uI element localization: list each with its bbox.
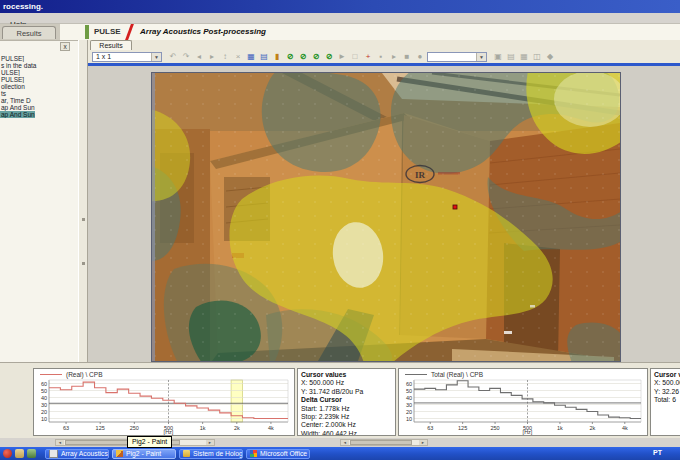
taskbar-button-label: Microsoft Office 2010	[260, 450, 310, 457]
tree-item[interactable]: ts	[0, 90, 78, 97]
tree-item[interactable]: ap And Sun	[0, 111, 35, 118]
legend-line-sample	[40, 374, 62, 375]
tree-item[interactable]: ar, Time D	[0, 97, 78, 104]
splitter-handle-dot	[82, 218, 85, 221]
folder-quicklaunch-icon[interactable]	[15, 449, 24, 458]
svg-text:250: 250	[490, 425, 499, 431]
pan-icon[interactable]: +	[362, 51, 374, 63]
play-icon[interactable]: ▸	[388, 51, 400, 63]
exclude-channel-icon-1[interactable]: ⊘	[284, 51, 296, 63]
spectrum-display-icon[interactable]: ▮	[271, 51, 283, 63]
pulse-slash-icon	[125, 24, 134, 40]
options-icon[interactable]: ◆	[544, 51, 556, 63]
redo-icon[interactable]: ↷	[180, 51, 192, 63]
total-spectrum-chart[interactable]: 102030405060631252505001k2k4k[Hz]	[399, 379, 645, 435]
function-combo[interactable]: ▼	[427, 52, 487, 62]
tree-item[interactable]: ap And Sun	[0, 104, 78, 111]
cpb-chart-panel[interactable]: (Real) \ CPB 102030405060631252505001k2k…	[33, 368, 295, 436]
exclude-channel-icon-3[interactable]: ⊘	[310, 51, 322, 63]
contour-map-icon[interactable]: ▤	[258, 51, 270, 63]
svg-text:[Hz]: [Hz]	[164, 429, 174, 435]
tab-results[interactable]: Results	[90, 40, 132, 50]
exclude-channel-icon-4[interactable]: ⊘	[323, 51, 335, 63]
scrollbar-thumb[interactable]	[350, 440, 412, 445]
right-chart-hscrollbar[interactable]: ◂ ▸	[340, 439, 428, 446]
taskbar-button[interactable]: Sistem de Holografia	[179, 449, 243, 459]
cursor-y-value: Y: 31.742 dB/20u Pa	[301, 388, 392, 396]
tree-item[interactable]: ULSE]	[0, 69, 78, 76]
print-icon[interactable]: ◫	[531, 51, 543, 63]
scrollbar-strip: ◂ ▸ ◂ ▸	[0, 438, 680, 447]
scroll-right-icon[interactable]: ▸	[206, 440, 214, 445]
app-quicklaunch-icon[interactable]	[27, 449, 36, 458]
svg-text:125: 125	[96, 425, 105, 431]
map-view-area: IR	[88, 66, 680, 362]
bi-office-icon	[250, 450, 257, 457]
pulse-tab-accent	[85, 25, 89, 39]
svg-text:IR: IR	[415, 170, 426, 180]
taskbar-button[interactable]: Microsoft Office 2010	[246, 449, 310, 459]
cursor-x-value: X: 500.000	[654, 379, 680, 387]
record-icon[interactable]: ●	[414, 51, 426, 63]
splitter-handle-dot	[82, 262, 85, 265]
cursor-values-panel: Cursor values X: 500.000 Hz Y: 31.742 dB…	[297, 368, 396, 436]
scroll-left-icon[interactable]: ◂	[56, 440, 64, 445]
menu-bar: Help	[0, 13, 680, 24]
taskbar-tooltip: Pig2 - Paint	[127, 436, 172, 448]
title-bar[interactable]: rocessing.	[0, 0, 680, 13]
exclude-channel-icon-2[interactable]: ⊘	[297, 51, 309, 63]
save-template-icon[interactable]: ▦	[518, 51, 530, 63]
cursor-values-title: Cursor values	[654, 371, 680, 379]
svg-text:125: 125	[458, 425, 467, 431]
cpb-spectrum-chart[interactable]: 102030405060631252505001k2k4k[Hz]	[34, 379, 292, 435]
fit-view-icon[interactable]: ↕	[219, 51, 231, 63]
panel-splitter[interactable]	[78, 40, 88, 362]
document-tab-row: Results	[88, 40, 680, 50]
legend-label: (Real) \ CPB	[66, 371, 102, 378]
delta-cursor-title: Delta Cursor	[301, 396, 392, 404]
window-title: rocessing.	[3, 2, 43, 11]
undo-icon[interactable]: ↶	[167, 51, 179, 63]
stop-icon[interactable]: ■	[401, 51, 413, 63]
tree-item[interactable]: PULSE]	[0, 76, 78, 83]
svg-text:40: 40	[41, 395, 47, 401]
holography-contour-map: IR	[152, 73, 620, 361]
cursor-x-value: X: 500.000 Hz	[301, 379, 392, 387]
svg-text:50: 50	[41, 388, 47, 394]
chevron-down-icon[interactable]: ▼	[151, 53, 161, 61]
tree-item[interactable]: PULSE]	[0, 55, 78, 62]
taskbar-button[interactable]: Pig2 - Paint	[112, 449, 176, 459]
chevron-down-icon[interactable]: ▼	[476, 53, 486, 61]
scroll-left-icon[interactable]: ◂	[341, 440, 349, 445]
bi-paint-icon	[116, 450, 123, 457]
taskbar: Array Acoustics Post-...Pig2 - PaintSist…	[0, 447, 680, 460]
browser-quicklaunch-icon[interactable]	[3, 449, 12, 458]
language-indicator[interactable]: PT	[653, 449, 662, 456]
layout-combo[interactable]: 1 x 1 ▼	[92, 52, 162, 62]
prev-result-icon[interactable]: ◂	[193, 51, 205, 63]
report-icon[interactable]: ▤	[505, 51, 517, 63]
layout-grid-icon[interactable]: ▦	[245, 51, 257, 63]
chart-legend: Total (Real) \ CPB	[399, 369, 647, 379]
select-region-icon[interactable]: □	[349, 51, 361, 63]
tree-panel-header: x	[0, 41, 78, 53]
delta-stop-value: Stop: 2.239k Hz	[301, 413, 392, 421]
results-tree-panel: x PULSE]s in the dataULSE]PULSE]ollectio…	[0, 40, 78, 362]
tree-item[interactable]: s in the data	[0, 62, 78, 69]
tree-item[interactable]: ollection	[0, 83, 78, 90]
svg-text:4k: 4k	[268, 425, 274, 431]
pulse-app-tab[interactable]: PULSE Array Acoustics Post-processing	[60, 24, 680, 41]
close-icon[interactable]: x	[60, 42, 70, 51]
marker-icon[interactable]: ▪	[375, 51, 387, 63]
total-cpb-chart-panel[interactable]: Total (Real) \ CPB 102030405060631252505…	[398, 368, 648, 436]
export-icon[interactable]: ▣	[492, 51, 504, 63]
svg-text:30: 30	[406, 402, 412, 408]
next-result-icon[interactable]: ▸	[206, 51, 218, 63]
taskbar-button[interactable]: Array Acoustics Post-...	[45, 449, 109, 459]
acoustic-map-image[interactable]: IR	[151, 72, 621, 362]
panel-tab-results[interactable]: Results	[2, 26, 56, 39]
scroll-right-icon[interactable]: ▸	[419, 440, 427, 445]
close-view-icon[interactable]: ×	[232, 51, 244, 63]
pointer-icon[interactable]: ►	[336, 51, 348, 63]
svg-text:2k: 2k	[234, 425, 240, 431]
